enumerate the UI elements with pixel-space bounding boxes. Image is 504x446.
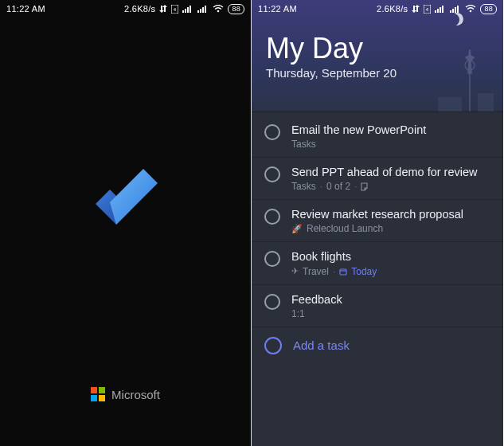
task-list: Email the new PowerPoint Tasks Send PPT … (252, 112, 503, 367)
microsoft-label: Microsoft (111, 388, 160, 401)
note-icon (361, 182, 369, 191)
plane-icon: ✈ (291, 266, 299, 276)
task-body: Review market research proposal 🚀 Relecl… (291, 207, 492, 234)
svg-rect-13 (435, 10, 436, 13)
signal-icon (435, 5, 446, 13)
svg-rect-25 (340, 269, 346, 275)
my-day-screen: 11:22 AM 2.6K8/s 4 88 (252, 0, 503, 446)
add-task-button[interactable]: Add a task (252, 327, 503, 364)
status-right: 2.6K8/s 4 88 (377, 4, 497, 14)
signal-icon (197, 5, 209, 13)
svg-text:4: 4 (426, 7, 429, 12)
svg-rect-2 (182, 10, 184, 13)
microsoft-brand: Microsoft (0, 387, 251, 401)
svg-rect-18 (452, 9, 454, 13)
rocket-icon: 🚀 (291, 224, 303, 234)
svg-rect-9 (205, 6, 206, 13)
task-subtitle: 🚀 Relecloud Launch (291, 223, 492, 234)
svg-rect-3 (185, 9, 186, 13)
svg-rect-16 (442, 6, 443, 13)
microsoft-logo-icon (91, 387, 105, 401)
battery-indicator: 88 (480, 4, 497, 14)
sim-icon: 4 (424, 5, 431, 14)
task-subtitle: Tasks · 0 of 2 · (291, 181, 492, 192)
svg-rect-17 (450, 10, 451, 13)
task-row[interactable]: Feedback 1:1 (252, 285, 503, 327)
swap-icon (412, 5, 420, 13)
svg-rect-7 (200, 9, 201, 13)
svg-rect-14 (437, 9, 439, 13)
task-title: Email the new PowerPoint (291, 123, 492, 137)
wifi-icon (213, 5, 224, 13)
task-title: Review market research proposal (291, 207, 492, 221)
signal-icon (182, 5, 193, 13)
task-title: Send PPT ahead of demo for review (291, 165, 492, 179)
svg-rect-8 (202, 7, 204, 13)
task-checkbox[interactable] (264, 251, 280, 267)
status-bar: 11:22 AM 2.6K8/s 4 88 (252, 0, 503, 18)
signal-icon (450, 5, 461, 13)
svg-rect-5 (189, 6, 191, 13)
status-time: 11:22 AM (258, 4, 297, 14)
calendar-icon (339, 268, 347, 276)
task-row[interactable]: Review market research proposal 🚀 Relecl… (252, 200, 503, 242)
task-body: Send PPT ahead of demo for review Tasks … (291, 165, 492, 192)
task-body: Email the new PowerPoint Tasks (291, 123, 492, 150)
swap-icon (159, 5, 167, 13)
battery-indicator: 88 (228, 4, 244, 14)
svg-rect-23 (438, 97, 462, 111)
task-subtitle: Tasks (291, 139, 492, 150)
app-logo-icon (78, 158, 174, 256)
sim-icon: 4 (171, 5, 178, 14)
svg-rect-4 (187, 7, 189, 13)
task-checkbox[interactable] (264, 124, 280, 140)
task-body: Book flights ✈ Travel · Today (291, 249, 492, 276)
task-checkbox[interactable] (264, 209, 280, 225)
status-bar: 11:22 AM 2.6K8/s 4 88 (0, 0, 251, 18)
task-checkbox[interactable] (264, 294, 280, 310)
svg-point-21 (470, 10, 472, 13)
splash-screen: 11:22 AM 2.6K8/s 4 88 (0, 0, 252, 446)
wifi-icon (465, 5, 476, 13)
task-row[interactable]: Email the new PowerPoint Tasks (252, 115, 503, 158)
status-speed: 2.6K8/s (377, 4, 408, 14)
tower-silhouette-icon (438, 49, 494, 111)
svg-rect-19 (455, 7, 456, 13)
svg-text:4: 4 (174, 7, 177, 12)
splash-content: Microsoft (0, 0, 251, 446)
svg-rect-20 (457, 6, 459, 13)
svg-rect-15 (440, 7, 441, 13)
status-speed: 2.6K8/s (124, 4, 155, 14)
status-time: 11:22 AM (6, 4, 45, 14)
task-body: Feedback 1:1 (291, 292, 492, 319)
svg-rect-24 (478, 93, 494, 111)
add-task-label: Add a task (293, 338, 350, 352)
task-row[interactable]: Send PPT ahead of demo for review Tasks … (252, 158, 503, 200)
task-checkbox[interactable] (264, 166, 280, 182)
svg-point-10 (217, 10, 220, 13)
status-right: 2.6K8/s 4 88 (124, 4, 244, 14)
task-subtitle: ✈ Travel · Today (291, 266, 492, 277)
task-row[interactable]: Book flights ✈ Travel · Today (252, 242, 503, 284)
task-title: Book flights (291, 249, 492, 264)
task-subtitle: 1:1 (291, 308, 492, 319)
task-title: Feedback (291, 292, 492, 307)
add-task-icon (264, 337, 282, 354)
svg-rect-6 (197, 10, 199, 13)
